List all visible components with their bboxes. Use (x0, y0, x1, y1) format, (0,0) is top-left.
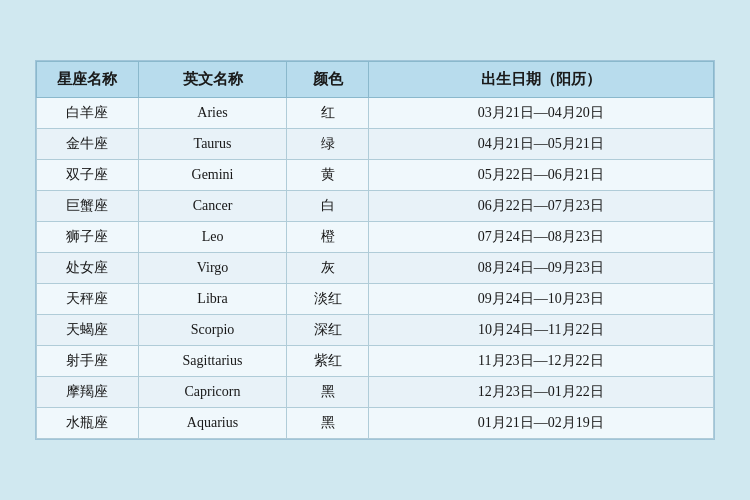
cell-date: 01月21日—02月19日 (368, 408, 713, 439)
table-row: 水瓶座Aquarius黑01月21日—02月19日 (37, 408, 714, 439)
cell-english-name: Taurus (138, 129, 287, 160)
cell-english-name: Libra (138, 284, 287, 315)
cell-color: 橙 (287, 222, 368, 253)
zodiac-table-container: 星座名称 英文名称 颜色 出生日期（阳历） 白羊座Aries红03月21日—04… (35, 60, 715, 440)
cell-date: 05月22日—06月21日 (368, 160, 713, 191)
table-row: 双子座Gemini黄05月22日—06月21日 (37, 160, 714, 191)
cell-date: 03月21日—04月20日 (368, 98, 713, 129)
cell-date: 11月23日—12月22日 (368, 346, 713, 377)
table-row: 白羊座Aries红03月21日—04月20日 (37, 98, 714, 129)
cell-chinese-name: 巨蟹座 (37, 191, 139, 222)
cell-english-name: Gemini (138, 160, 287, 191)
cell-chinese-name: 狮子座 (37, 222, 139, 253)
cell-english-name: Leo (138, 222, 287, 253)
table-row: 狮子座Leo橙07月24日—08月23日 (37, 222, 714, 253)
table-row: 处女座Virgo灰08月24日—09月23日 (37, 253, 714, 284)
cell-chinese-name: 天秤座 (37, 284, 139, 315)
header-chinese-name: 星座名称 (37, 62, 139, 98)
cell-color: 灰 (287, 253, 368, 284)
cell-color: 黑 (287, 377, 368, 408)
cell-english-name: Aquarius (138, 408, 287, 439)
cell-chinese-name: 天蝎座 (37, 315, 139, 346)
cell-chinese-name: 处女座 (37, 253, 139, 284)
cell-chinese-name: 双子座 (37, 160, 139, 191)
zodiac-table: 星座名称 英文名称 颜色 出生日期（阳历） 白羊座Aries红03月21日—04… (36, 61, 714, 439)
cell-date: 07月24日—08月23日 (368, 222, 713, 253)
header-color: 颜色 (287, 62, 368, 98)
table-row: 天蝎座Scorpio深红10月24日—11月22日 (37, 315, 714, 346)
cell-chinese-name: 射手座 (37, 346, 139, 377)
cell-chinese-name: 水瓶座 (37, 408, 139, 439)
table-row: 摩羯座Capricorn黑12月23日—01月22日 (37, 377, 714, 408)
cell-date: 08月24日—09月23日 (368, 253, 713, 284)
cell-english-name: Aries (138, 98, 287, 129)
cell-date: 09月24日—10月23日 (368, 284, 713, 315)
header-english-name: 英文名称 (138, 62, 287, 98)
cell-date: 12月23日—01月22日 (368, 377, 713, 408)
cell-english-name: Capricorn (138, 377, 287, 408)
cell-color: 黄 (287, 160, 368, 191)
cell-english-name: Cancer (138, 191, 287, 222)
cell-english-name: Sagittarius (138, 346, 287, 377)
table-header-row: 星座名称 英文名称 颜色 出生日期（阳历） (37, 62, 714, 98)
cell-date: 06月22日—07月23日 (368, 191, 713, 222)
cell-chinese-name: 金牛座 (37, 129, 139, 160)
table-row: 射手座Sagittarius紫红11月23日—12月22日 (37, 346, 714, 377)
cell-color: 紫红 (287, 346, 368, 377)
cell-color: 白 (287, 191, 368, 222)
cell-chinese-name: 摩羯座 (37, 377, 139, 408)
cell-chinese-name: 白羊座 (37, 98, 139, 129)
cell-english-name: Scorpio (138, 315, 287, 346)
cell-color: 黑 (287, 408, 368, 439)
table-row: 天秤座Libra淡红09月24日—10月23日 (37, 284, 714, 315)
cell-english-name: Virgo (138, 253, 287, 284)
cell-color: 深红 (287, 315, 368, 346)
cell-color: 红 (287, 98, 368, 129)
table-row: 巨蟹座Cancer白06月22日—07月23日 (37, 191, 714, 222)
cell-color: 绿 (287, 129, 368, 160)
cell-date: 04月21日—05月21日 (368, 129, 713, 160)
cell-date: 10月24日—11月22日 (368, 315, 713, 346)
header-date: 出生日期（阳历） (368, 62, 713, 98)
cell-color: 淡红 (287, 284, 368, 315)
table-row: 金牛座Taurus绿04月21日—05月21日 (37, 129, 714, 160)
